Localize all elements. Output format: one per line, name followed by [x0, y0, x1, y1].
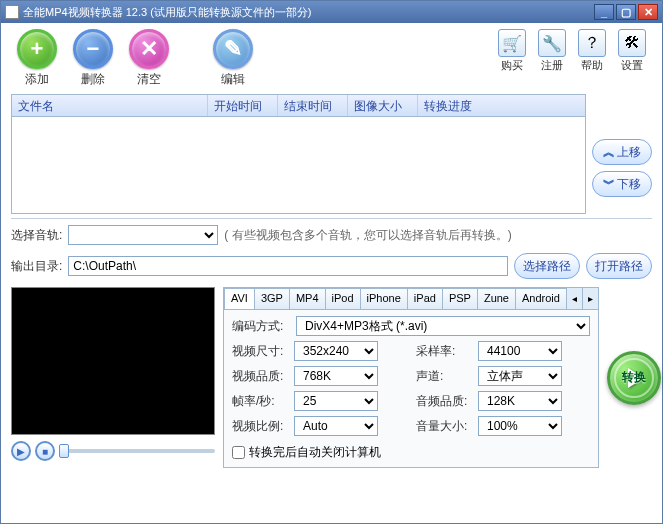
help-icon: ？ — [578, 29, 606, 57]
col-progress[interactable]: 转换进度 — [418, 95, 585, 116]
x-icon: ✕ — [129, 29, 169, 69]
slider-thumb[interactable] — [59, 444, 69, 458]
format-tabs: AVI 3GP MP4 iPod iPhone iPad PSP Zune An… — [224, 288, 598, 310]
play-button[interactable]: ▶ — [11, 441, 31, 461]
col-start[interactable]: 开始时间 — [208, 95, 278, 116]
add-button[interactable]: +添加 — [13, 29, 61, 88]
audio-note: ( 有些视频包含多个音轨，您可以选择音轨后再转换。) — [224, 227, 511, 244]
tab-ipad[interactable]: iPad — [407, 288, 443, 309]
vq-select[interactable]: 768K — [294, 366, 378, 386]
cart-icon: 🛒 — [498, 29, 526, 57]
tab-mp4[interactable]: MP4 — [289, 288, 326, 309]
tab-3gp[interactable]: 3GP — [254, 288, 290, 309]
chevron-down-icon: ︾ — [603, 176, 615, 193]
shutdown-label: 转换完后自动关闭计算机 — [249, 444, 381, 461]
choose-path-button[interactable]: 选择路径 — [514, 253, 580, 279]
tab-iphone[interactable]: iPhone — [360, 288, 408, 309]
encode-label: 编码方式: — [232, 318, 290, 335]
open-path-button[interactable]: 打开路径 — [586, 253, 652, 279]
settings-button[interactable]: 🛠设置 — [614, 29, 650, 73]
fps-select[interactable]: 25 — [294, 391, 378, 411]
delete-button[interactable]: −删除 — [69, 29, 117, 88]
ratio-select[interactable]: Auto — [294, 416, 378, 436]
seek-slider[interactable] — [59, 449, 215, 453]
tab-zune[interactable]: Zune — [477, 288, 516, 309]
gear-icon: 🛠 — [618, 29, 646, 57]
col-size[interactable]: 图像大小 — [348, 95, 418, 116]
tab-scroll-left[interactable]: ◂ — [566, 288, 582, 309]
aq-select[interactable]: 128K — [478, 391, 562, 411]
fps-label: 帧率/秒: — [232, 393, 290, 410]
encode-select[interactable]: DivX4+MP3格式 (*.avi) — [296, 316, 590, 336]
plus-icon: + — [17, 29, 57, 69]
output-dir-input[interactable] — [68, 256, 508, 276]
edit-icon: ✎ — [213, 29, 253, 69]
ratio-label: 视频比例: — [232, 418, 290, 435]
srate-label: 采样率: — [416, 343, 474, 360]
file-table[interactable]: 文件名 开始时间 结束时间 图像大小 转换进度 — [11, 94, 586, 214]
help-button[interactable]: ？帮助 — [574, 29, 610, 73]
move-up-button[interactable]: ︽上移 — [592, 139, 652, 165]
stop-button[interactable]: ■ — [35, 441, 55, 461]
aq-label: 音频品质: — [416, 393, 474, 410]
tab-psp[interactable]: PSP — [442, 288, 478, 309]
minus-icon: − — [73, 29, 113, 69]
vq-label: 视频品质: — [232, 368, 290, 385]
srate-select[interactable]: 44100 — [478, 341, 562, 361]
minimize-button[interactable]: _ — [594, 4, 614, 20]
tab-avi[interactable]: AVI — [224, 288, 255, 309]
clear-button[interactable]: ✕清空 — [125, 29, 173, 88]
col-end[interactable]: 结束时间 — [278, 95, 348, 116]
vol-select[interactable]: 100% — [478, 416, 562, 436]
register-button[interactable]: 🔧注册 — [534, 29, 570, 73]
audio-track-select[interactable] — [68, 225, 218, 245]
vsize-select[interactable]: 352x240 — [294, 341, 378, 361]
maximize-button[interactable]: ▢ — [616, 4, 636, 20]
app-icon — [5, 5, 19, 19]
preview-screen — [11, 287, 215, 435]
audio-track-label: 选择音轨: — [11, 227, 62, 244]
key-icon: 🔧 — [538, 29, 566, 57]
convert-button[interactable]: 转换 — [607, 351, 661, 405]
tab-android[interactable]: Android — [515, 288, 567, 309]
vol-label: 音量大小: — [416, 418, 474, 435]
shutdown-checkbox[interactable] — [232, 446, 245, 459]
ch-select[interactable]: 立体声 — [478, 366, 562, 386]
ch-label: 声道: — [416, 368, 474, 385]
close-button[interactable]: ✕ — [638, 4, 658, 20]
tab-ipod[interactable]: iPod — [325, 288, 361, 309]
output-dir-label: 输出目录: — [11, 258, 62, 275]
edit-button[interactable]: ✎编辑 — [209, 29, 257, 88]
move-down-button[interactable]: ︾下移 — [592, 171, 652, 197]
col-filename[interactable]: 文件名 — [12, 95, 208, 116]
window-title: 全能MP4视频转换器 12.3 (试用版只能转换源文件的一部分) — [23, 5, 594, 20]
titlebar: 全能MP4视频转换器 12.3 (试用版只能转换源文件的一部分) _ ▢ ✕ — [1, 1, 662, 23]
play-icon — [628, 368, 644, 388]
vsize-label: 视频尺寸: — [232, 343, 290, 360]
tab-scroll-right[interactable]: ▸ — [582, 288, 598, 309]
chevron-up-icon: ︽ — [603, 144, 615, 161]
buy-button[interactable]: 🛒购买 — [494, 29, 530, 73]
